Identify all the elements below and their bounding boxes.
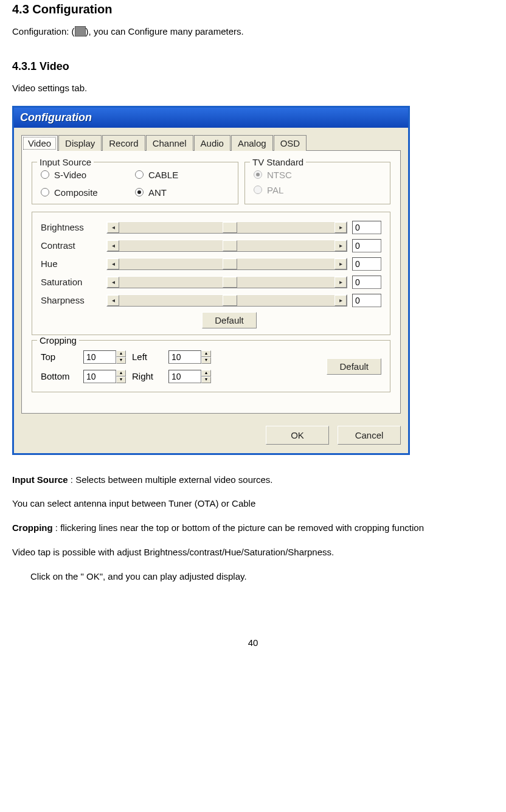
radio-ntsc: NTSC <box>254 170 381 180</box>
spinner-up-icon[interactable]: ▴ <box>201 370 211 377</box>
tab-analog[interactable]: Analog <box>231 135 273 151</box>
radio-pal: PAL <box>254 185 381 195</box>
group-input-source: Input Source S-Video CABLE Composite ANT <box>32 162 238 204</box>
crop-right-spinner[interactable]: 10▴▾ <box>168 370 211 383</box>
arrow-right-icon[interactable]: ▸ <box>334 240 347 251</box>
heading-4-3-1: 4.3.1 Video <box>12 60 494 73</box>
window-titlebar: Configuration <box>14 108 408 128</box>
crop-top-label: Top <box>41 352 83 362</box>
spinner-down-icon[interactable]: ▾ <box>116 357 126 364</box>
arrow-right-icon[interactable]: ▸ <box>334 222 347 233</box>
value-hue[interactable]: 0 <box>352 257 381 271</box>
slider-sharpness: Sharpness ◂▸ 0 <box>41 294 381 307</box>
desc-adjust: Video tap is possible with adjust Bright… <box>12 546 494 559</box>
video-tab-text: Video settings tab. <box>12 82 494 95</box>
heading-4-3: 4.3 Configuration <box>12 2 494 16</box>
scrollbar-hue[interactable]: ◂▸ <box>106 258 347 270</box>
arrow-left-icon[interactable]: ◂ <box>107 240 119 251</box>
tab-audio[interactable]: Audio <box>194 135 230 151</box>
slider-brightness: Brightness ◂▸ 0 <box>41 221 381 234</box>
thumb[interactable] <box>223 222 237 233</box>
value-brightness[interactable]: 0 <box>352 221 381 234</box>
radio-cable[interactable]: CABLE <box>135 170 229 180</box>
tab-channel[interactable]: Channel <box>146 135 193 151</box>
arrow-right-icon[interactable]: ▸ <box>334 295 347 306</box>
radio-ant[interactable]: ANT <box>135 187 229 198</box>
scrollbar-saturation[interactable]: ◂▸ <box>106 276 347 288</box>
config-intro-b: ), you can Configure many parameters. <box>86 26 244 36</box>
desc-ok: Click on the " OK", and you can play adj… <box>12 570 494 583</box>
scrollbar-sharpness[interactable]: ◂▸ <box>106 294 347 307</box>
slider-contrast: Contrast ◂▸ 0 <box>41 239 381 252</box>
config-icon <box>75 26 86 36</box>
crop-left-label: Left <box>132 352 168 362</box>
tab-display[interactable]: Display <box>58 135 102 151</box>
spinner-up-icon[interactable]: ▴ <box>201 350 211 357</box>
configuration-window: Configuration Video Display Record Chann… <box>12 106 410 455</box>
tab-video[interactable]: Video <box>21 135 58 151</box>
arrow-left-icon[interactable]: ◂ <box>107 277 119 288</box>
radio-s-video[interactable]: S-Video <box>41 170 135 180</box>
scrollbar-contrast[interactable]: ◂▸ <box>106 240 347 252</box>
crop-left-spinner[interactable]: 10▴▾ <box>168 350 211 364</box>
thumb[interactable] <box>223 259 237 269</box>
tab-page-video: Input Source S-Video CABLE Composite ANT… <box>21 150 401 414</box>
value-saturation[interactable]: 0 <box>352 276 381 289</box>
tab-record[interactable]: Record <box>102 135 145 151</box>
arrow-left-icon[interactable]: ◂ <box>107 259 119 269</box>
config-intro-a: Configuration: ( <box>12 26 75 36</box>
spinner-up-icon[interactable]: ▴ <box>116 350 126 357</box>
spinner-down-icon[interactable]: ▾ <box>201 377 211 383</box>
default-cropping-button[interactable]: Default <box>327 358 381 375</box>
crop-bottom-label: Bottom <box>41 371 83 381</box>
spinner-up-icon[interactable]: ▴ <box>116 370 126 377</box>
crop-right-label: Right <box>132 371 168 381</box>
ok-button[interactable]: OK <box>266 426 329 445</box>
thumb[interactable] <box>223 240 237 251</box>
crop-bottom-spinner[interactable]: 10▴▾ <box>83 370 126 383</box>
tab-osd[interactable]: OSD <box>274 135 307 151</box>
group-sliders: Brightness ◂▸ 0 Contrast ◂▸ 0 Hue ◂▸ 0 <box>32 212 390 335</box>
cancel-button[interactable]: Cancel <box>338 426 401 445</box>
arrow-left-icon[interactable]: ◂ <box>107 222 119 233</box>
spinner-down-icon[interactable]: ▾ <box>201 357 211 364</box>
crop-top-spinner[interactable]: 10▴▾ <box>83 350 126 364</box>
arrow-right-icon[interactable]: ▸ <box>334 277 347 288</box>
spinner-down-icon[interactable]: ▾ <box>116 377 126 383</box>
tab-strip: Video Display Record Channel Audio Analo… <box>21 135 401 151</box>
thumb[interactable] <box>223 277 237 288</box>
desc-antenna: You can select antenna input between Tun… <box>12 497 494 510</box>
slider-hue: Hue ◂▸ 0 <box>41 257 381 271</box>
arrow-right-icon[interactable]: ▸ <box>334 259 347 269</box>
page-number: 40 <box>12 637 494 648</box>
arrow-left-icon[interactable]: ◂ <box>107 295 119 306</box>
config-intro: Configuration: (), you can Configure man… <box>12 25 494 38</box>
default-sliders-button[interactable]: Default <box>202 312 257 328</box>
legend-tv-standard: TV Standard <box>250 157 306 167</box>
radio-composite[interactable]: Composite <box>41 187 135 198</box>
slider-saturation: Saturation ◂▸ 0 <box>41 276 381 289</box>
value-sharpness[interactable]: 0 <box>352 294 381 307</box>
legend-input-source: Input Source <box>37 157 94 167</box>
desc-cropping: Cropping : flickering lines near the top… <box>12 521 494 535</box>
desc-input-source: Input Source : Selects between multiple … <box>12 473 494 487</box>
group-cropping: Cropping Top 10▴▾ Left 10▴▾ Default Bott… <box>32 340 390 392</box>
thumb[interactable] <box>223 295 237 306</box>
legend-cropping: Cropping <box>37 335 79 345</box>
scrollbar-brightness[interactable]: ◂▸ <box>106 221 347 234</box>
group-tv-standard: TV Standard NTSC PAL <box>244 162 390 204</box>
value-contrast[interactable]: 0 <box>352 239 381 252</box>
